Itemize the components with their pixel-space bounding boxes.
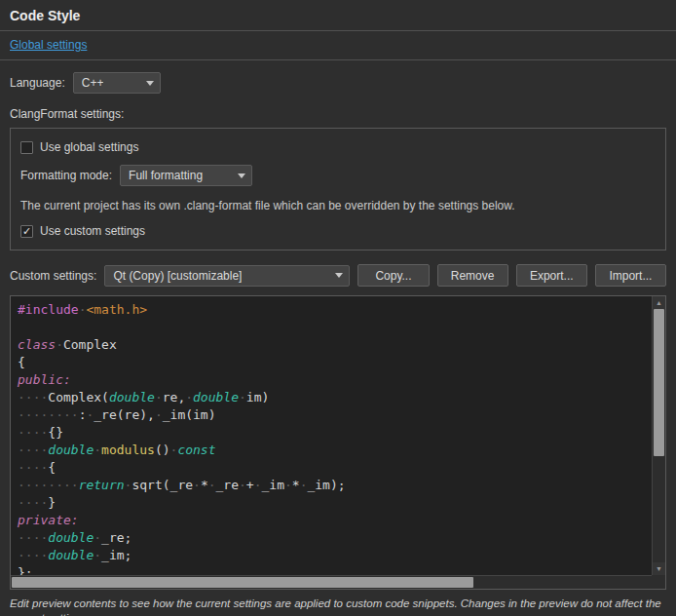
use-global-settings-row[interactable]: Use global settings [20, 140, 656, 154]
clangformat-settings-label: ClangFormat settings: [10, 107, 666, 121]
chevron-down-icon [238, 173, 245, 178]
formatting-mode-dropdown-value: Full formatting [129, 169, 203, 182]
footer-note: Edit preview contents to see how the cur… [10, 597, 666, 616]
horizontal-scrollbar[interactable] [11, 575, 652, 589]
formatting-mode-label: Formatting mode: [20, 169, 112, 182]
custom-settings-label: Custom settings: [10, 269, 96, 283]
code-preview-editor[interactable]: #include·<math.h> class·Complex{public:·… [10, 295, 666, 590]
vertical-scrollbar-track[interactable] [653, 309, 665, 562]
divider [0, 59, 676, 60]
vertical-scrollbar[interactable]: ▲ ▼ [652, 296, 665, 575]
page-title: Code Style [10, 8, 666, 30]
chevron-down-icon [146, 81, 154, 86]
remove-button[interactable]: Remove [437, 264, 508, 287]
clang-format-file-note: The current project has its own .clang-f… [20, 199, 656, 212]
use-global-settings-checkbox[interactable] [20, 141, 33, 154]
code-editor-content[interactable]: #include·<math.h> class·Complex{public:·… [11, 296, 652, 575]
use-custom-settings-row[interactable]: Use custom settings [20, 224, 656, 238]
use-custom-settings-checkbox[interactable] [20, 225, 33, 238]
custom-settings-row: Custom settings: Qt (Copy) [customizable… [10, 264, 666, 287]
language-row: Language: C++ [10, 72, 666, 94]
custom-settings-dropdown[interactable]: Qt (Copy) [customizable] [104, 265, 350, 287]
language-dropdown[interactable]: C++ [73, 72, 161, 94]
language-label: Language: [10, 76, 65, 90]
copy-button[interactable]: Copy... [357, 264, 429, 287]
scrollbar-corner [652, 575, 665, 589]
export-button[interactable]: Export... [516, 264, 587, 287]
global-settings-link[interactable]: Global settings [10, 38, 87, 52]
import-button[interactable]: Import... [595, 264, 666, 287]
vertical-scrollbar-thumb[interactable] [654, 309, 664, 456]
formatting-mode-row: Formatting mode: Full formatting [20, 165, 656, 186]
clangformat-groupbox: Use global settings Formatting mode: Ful… [10, 128, 666, 250]
horizontal-scrollbar-thumb[interactable] [12, 577, 473, 588]
code-style-page: Code Style Global settings Language: C++… [0, 0, 676, 616]
formatting-mode-dropdown[interactable]: Full formatting [120, 165, 252, 186]
use-global-settings-label: Use global settings [40, 140, 138, 154]
scroll-up-icon[interactable]: ▲ [653, 296, 665, 309]
use-custom-settings-label: Use custom settings [40, 224, 145, 238]
global-settings-row: Global settings [10, 31, 666, 59]
custom-settings-dropdown-value: Qt (Copy) [customizable] [113, 269, 242, 283]
language-dropdown-value: C++ [82, 76, 104, 90]
chevron-down-icon [335, 273, 343, 278]
scroll-down-icon[interactable]: ▼ [653, 562, 665, 575]
